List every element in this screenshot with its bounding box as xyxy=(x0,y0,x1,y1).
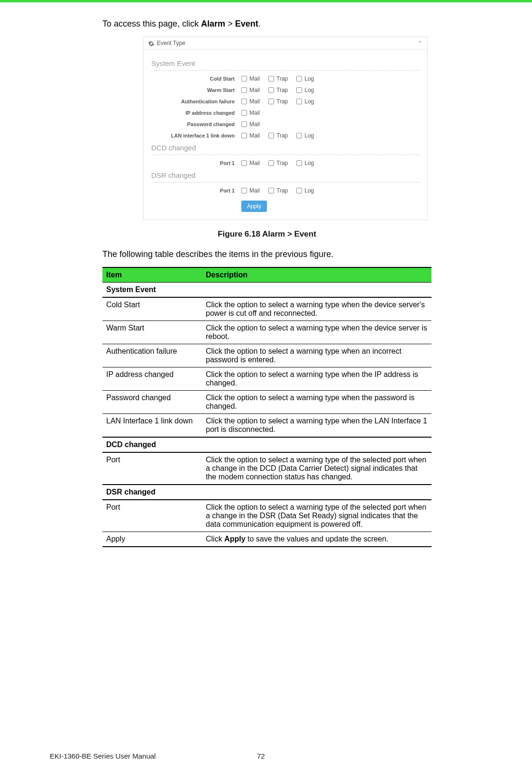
checkbox-option[interactable]: Mail xyxy=(241,87,260,93)
checkbox-icon[interactable] xyxy=(241,99,247,104)
table-item-cell: Authentication failure xyxy=(102,344,202,367)
table-item-cell: Port xyxy=(102,452,202,485)
row-label: Port 1 xyxy=(151,160,241,166)
checkbox-option[interactable]: Log xyxy=(296,75,314,82)
row-options: Mail xyxy=(241,110,260,116)
table-row: System Event xyxy=(102,283,431,298)
checkbox-option[interactable]: Log xyxy=(296,98,314,105)
table-row: Password changedClick the option to sele… xyxy=(102,391,431,414)
checkbox-icon[interactable] xyxy=(296,133,302,138)
table-row: PortClick the option to select a warning… xyxy=(102,500,431,532)
checkbox-label: Log xyxy=(304,187,314,194)
checkbox-icon[interactable] xyxy=(296,160,302,166)
form-row: Cold StartMailTrapLog xyxy=(151,75,420,82)
checkbox-option[interactable]: Log xyxy=(296,160,314,166)
checkbox-option[interactable]: Log xyxy=(296,132,314,139)
checkbox-icon[interactable] xyxy=(241,160,247,166)
section-title: System Event xyxy=(151,59,420,67)
table-row: IP address changedClick the option to se… xyxy=(102,367,431,391)
checkbox-option[interactable]: Trap xyxy=(268,75,288,82)
intro-prefix: To access this page, click xyxy=(102,19,201,28)
checkbox-icon[interactable] xyxy=(268,160,274,166)
table-row: Cold StartClick the option to select a w… xyxy=(102,297,431,321)
table-desc-cell: Click the option to select a warning typ… xyxy=(202,452,431,485)
row-label: Warm Start xyxy=(151,87,241,93)
row-label: Port 1 xyxy=(151,188,241,193)
table-item-cell: Cold Start xyxy=(102,297,202,321)
table-section-cell: System Event xyxy=(102,283,431,298)
table-item-cell: IP address changed xyxy=(102,367,202,391)
table-desc-cell: Click the option to select a warning typ… xyxy=(202,297,431,321)
figure-caption: Figure 6.18 Alarm > Event xyxy=(102,229,431,239)
checkbox-option[interactable]: Trap xyxy=(268,98,288,105)
gear-icon xyxy=(148,40,154,46)
row-options: MailTrapLog xyxy=(241,87,314,93)
checkbox-option[interactable]: Trap xyxy=(268,87,288,93)
table-header-desc: Description xyxy=(202,267,431,283)
checkbox-icon[interactable] xyxy=(241,76,247,82)
row-options: MailTrapLog xyxy=(241,75,314,82)
checkbox-option[interactable]: Mail xyxy=(241,98,260,105)
checkbox-option[interactable]: Mail xyxy=(241,160,260,166)
row-options: MailTrapLog xyxy=(241,98,314,105)
checkbox-option[interactable]: Log xyxy=(296,87,314,93)
checkbox-option[interactable]: Trap xyxy=(268,187,288,194)
checkbox-icon[interactable] xyxy=(296,99,302,104)
row-options: MailTrapLog xyxy=(241,132,314,139)
table-item-cell: Port xyxy=(102,500,202,532)
checkbox-icon[interactable] xyxy=(268,188,274,193)
section-title: DSR changed xyxy=(151,171,420,179)
table-row: DCD changed xyxy=(102,437,431,452)
checkbox-option[interactable]: Log xyxy=(296,187,314,194)
checkbox-option[interactable]: Mail xyxy=(241,187,260,194)
checkbox-label: Log xyxy=(304,75,314,82)
table-row: PortClick the option to select a warning… xyxy=(102,452,431,485)
intro-suffix: . xyxy=(258,19,261,28)
checkbox-icon[interactable] xyxy=(268,76,274,82)
table-desc-cell: Click Apply to save the values and updat… xyxy=(202,532,431,547)
table-row: Authentication failureClick the option t… xyxy=(102,344,431,367)
checkbox-icon[interactable] xyxy=(241,133,247,138)
checkbox-icon[interactable] xyxy=(268,133,274,138)
table-row: DSR changed xyxy=(102,485,431,500)
table-desc-cell: Click the option to select a warning typ… xyxy=(202,500,431,532)
checkbox-icon[interactable] xyxy=(296,76,302,82)
checkbox-option[interactable]: Trap xyxy=(268,132,288,139)
checkbox-label: Mail xyxy=(249,132,260,139)
intro-bold-event: Event xyxy=(235,19,258,28)
apply-button[interactable]: Apply xyxy=(241,201,267,212)
checkbox-icon[interactable] xyxy=(296,87,302,93)
checkbox-option[interactable]: Mail xyxy=(241,121,260,128)
table-desc-cell: Click the option to select a warning typ… xyxy=(202,367,431,391)
checkbox-label: Mail xyxy=(249,121,260,128)
row-label: Cold Start xyxy=(151,76,241,82)
collapse-caret-icon[interactable]: ⌃ xyxy=(418,40,422,46)
checkbox-label: Trap xyxy=(276,87,288,93)
checkbox-option[interactable]: Mail xyxy=(241,110,260,116)
checkbox-label: Trap xyxy=(276,98,288,105)
checkbox-label: Mail xyxy=(249,87,260,93)
row-options: MailTrapLog xyxy=(241,187,314,194)
checkbox-icon[interactable] xyxy=(296,188,302,193)
checkbox-icon[interactable] xyxy=(268,87,274,93)
checkbox-icon[interactable] xyxy=(241,110,247,116)
checkbox-label: Log xyxy=(304,160,314,166)
table-row: Warm StartClick the option to select a w… xyxy=(102,321,431,344)
checkbox-icon[interactable] xyxy=(241,188,247,193)
form-row: Warm StartMailTrapLog xyxy=(151,87,420,93)
section-title: DCD changed xyxy=(151,144,420,152)
checkbox-icon[interactable] xyxy=(241,87,247,93)
panel-header[interactable]: Event Type ⌃ xyxy=(144,37,427,50)
intro-bold-alarm: Alarm xyxy=(201,19,225,28)
table-item-cell: Password changed xyxy=(102,391,202,414)
table-desc-cell: Click the option to select a warning typ… xyxy=(202,321,431,344)
table-item-cell: Apply xyxy=(102,532,202,547)
form-row: LAN interface 1 link downMailTrapLog xyxy=(151,132,420,139)
checkbox-option[interactable]: Trap xyxy=(268,160,288,166)
checkbox-option[interactable]: Mail xyxy=(241,132,260,139)
checkbox-option[interactable]: Mail xyxy=(241,75,260,82)
checkbox-icon[interactable] xyxy=(241,121,247,127)
checkbox-icon[interactable] xyxy=(268,99,274,104)
form-row: Authentication failureMailTrapLog xyxy=(151,98,420,105)
apply-row: Apply xyxy=(151,201,420,212)
